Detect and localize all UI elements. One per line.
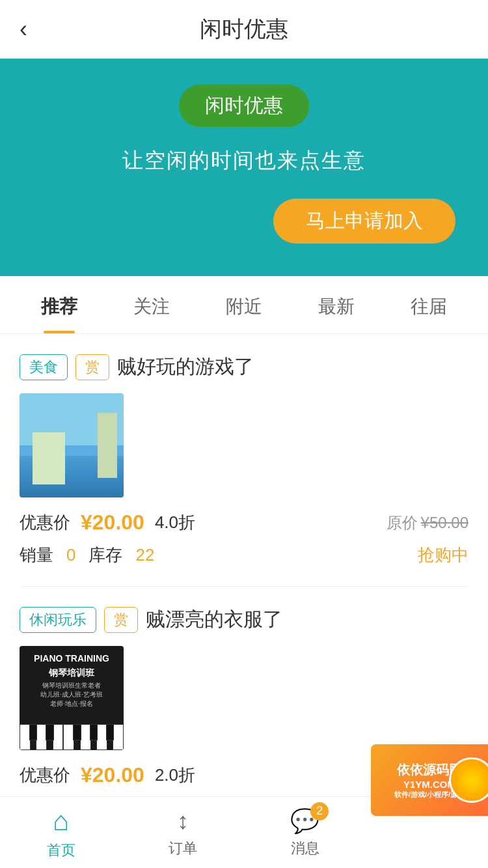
key-b5 <box>106 724 114 740</box>
tab-follow[interactable]: 关注 <box>105 276 198 333</box>
product-1-name: 贼好玩的游戏了 <box>117 354 254 380</box>
key-b3 <box>73 724 81 740</box>
product-1-stock-row: 销量 0 库存 22 抢购中 <box>20 544 468 567</box>
nav-messages[interactable]: 💬 2 消息 <box>244 807 366 858</box>
product-2-tags: 休闲玩乐 赏 贼漂亮的衣服了 <box>20 606 468 633</box>
back-button[interactable]: ‹ <box>20 16 27 43</box>
product-2-name: 贼漂亮的衣服了 <box>146 606 282 633</box>
key-7 <box>113 724 124 750</box>
product-2-discount-rate: 2.0折 <box>155 764 195 787</box>
message-badge-wrap: 💬 2 <box>290 807 319 835</box>
tab-past[interactable]: 往届 <box>383 276 475 333</box>
discount-price-label: 优惠价 <box>20 511 70 534</box>
tag-shang-1: 赏 <box>75 354 109 380</box>
home-icon: ⌂ <box>53 805 69 837</box>
product-1-image[interactable] <box>20 393 124 497</box>
key-b2 <box>46 724 53 740</box>
stock-label-1: 库存 <box>88 544 122 567</box>
tab-recommend[interactable]: 推荐 <box>13 276 105 333</box>
page-title: 闲时优惠 <box>200 14 288 44</box>
product-2-price-left: 优惠价 ¥20.00 2.0折 <box>20 763 195 787</box>
tag-shang-2: 赏 <box>104 607 138 633</box>
apply-button[interactable]: 马上申请加入 <box>273 199 455 244</box>
watermark-sub: Y1YM.COM <box>403 779 455 790</box>
piano-keys <box>20 724 124 750</box>
building-illustration <box>20 393 124 497</box>
product-1-stock-left: 销量 0 库存 22 <box>20 544 154 567</box>
piano-label-2: 钢琴培训班 <box>49 667 94 679</box>
piano-illustration: PIANO TRAINING 钢琴培训班 钢琴培训班生常老者幼儿班·成人班·艺考… <box>20 646 124 750</box>
nav-home[interactable]: ⌂ 首页 <box>0 805 122 860</box>
product-1-stock-num: 22 <box>135 545 154 565</box>
tab-nearby[interactable]: 附近 <box>198 276 290 333</box>
piano-label-1: PIANO TRAINING <box>34 652 109 664</box>
key-b4 <box>90 724 98 740</box>
nav-messages-label: 消息 <box>291 839 319 858</box>
product-1-price-left: 优惠价 ¥20.00 4.0折 <box>20 511 195 535</box>
orders-icon: ↕ <box>177 807 189 835</box>
product-1-price-row: 优惠价 ¥20.00 4.0折 原价 ¥50.00 <box>20 511 468 535</box>
banner: 闲时优惠 让空闲的时间也来点生意 马上申请加入 <box>0 59 488 276</box>
product-1-original: 原价 ¥50.00 <box>386 512 468 533</box>
product-1-tags: 美食 赏 贼好玩的游戏了 <box>20 354 468 380</box>
watermark-overlay: 依依源码网 Y1YM.COM 软件/游戏/小程序/源码 <box>371 744 488 816</box>
sales-label-1: 销量 <box>20 544 53 567</box>
bottom-nav: ⌂ 首页 ↕ 订单 💬 2 消息 依依源码网 Y1YM.COM 软件/游戏/小程… <box>0 796 488 868</box>
banner-subtitle: 让空闲的时间也来点生意 <box>122 147 366 175</box>
key-b1 <box>29 724 37 740</box>
product-2-image[interactable]: PIANO TRAINING 钢琴培训班 钢琴培训班生常老者幼儿班·成人班·艺考… <box>20 646 124 750</box>
key-3 <box>53 724 64 750</box>
product-2-discount-price: ¥20.00 <box>81 763 144 787</box>
product-1-original-price: ¥50.00 <box>421 514 468 531</box>
nav-orders-label: 订单 <box>169 839 197 858</box>
nav-orders[interactable]: ↕ 订单 <box>122 807 245 858</box>
discount-price-label-2: 优惠价 <box>20 764 70 787</box>
piano-label-3: 钢琴培训班生常老者幼儿班·成人班·艺考班老师·地点·报名 <box>40 681 103 708</box>
product-card-1: 美食 赏 贼好玩的游戏了 优惠价 ¥20.00 4.0折 原价 ¥50.00 销… <box>20 334 468 587</box>
product-1-discount-rate: 4.0折 <box>155 511 195 534</box>
product-1-rush-status[interactable]: 抢购中 <box>418 544 468 567</box>
nav-home-label: 首页 <box>47 841 75 860</box>
tag-leisure: 休闲玩乐 <box>20 607 96 633</box>
header: ‹ 闲时优惠 <box>0 0 488 59</box>
tab-bar: 推荐 关注 附近 最新 往届 <box>0 276 488 334</box>
tab-newest[interactable]: 最新 <box>290 276 383 333</box>
original-label-1: 原价 <box>386 514 418 531</box>
product-1-discount-price: ¥20.00 <box>81 511 144 535</box>
message-badge: 2 <box>310 802 329 820</box>
product-1-sales-num: 0 <box>66 545 75 565</box>
tag-food: 美食 <box>20 354 68 380</box>
banner-badge: 闲时优惠 <box>179 85 309 127</box>
